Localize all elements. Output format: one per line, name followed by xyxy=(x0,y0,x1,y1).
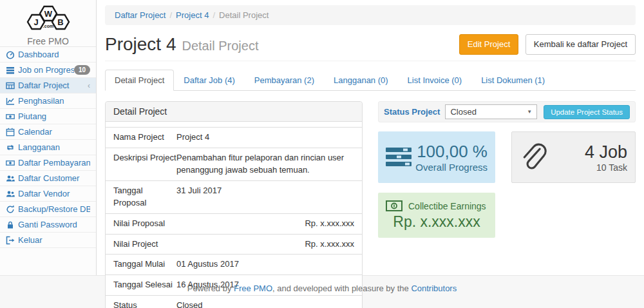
sidebar-item-daftar-pembayaran[interactable]: Daftar Pembayaran xyxy=(0,155,96,171)
sidebar-item-piutang[interactable]: Piutang xyxy=(0,109,96,124)
sidebar-item-label: Keluar xyxy=(18,235,90,245)
tab-bar: Detail Project Daftar Job (4) Pembayaran… xyxy=(105,70,636,91)
sidebar-item-backup-restore-db[interactable]: Backup/Restore DB xyxy=(0,202,96,217)
progress-value: 100,00 % xyxy=(413,142,488,162)
detail-project-panel: Detail Project Nama Project Project 4 De… xyxy=(105,101,363,308)
money-icon xyxy=(6,112,15,121)
sidebar: W J B .com Free PMO Dashboard xyxy=(0,0,97,275)
tab-pembayaran[interactable]: Pembayaran (2) xyxy=(245,70,324,91)
page-title: Project 4 xyxy=(105,34,176,55)
svg-text:J: J xyxy=(33,17,38,27)
app-window: W J B .com Free PMO Dashboard xyxy=(0,0,644,275)
tab-langganan[interactable]: Langganan (0) xyxy=(324,70,398,91)
footer-text: , and developed with pleasure by the xyxy=(272,284,411,293)
svg-text:.com: .com xyxy=(43,24,53,28)
sidebar-item-label: Ganti Password xyxy=(18,220,90,229)
dashboard-icon xyxy=(6,50,15,59)
detail-row-tanggal-mulai: Tanggal Mulai 01 Agustus 2017 xyxy=(106,254,362,274)
back-to-project-list-button[interactable]: Kembali ke daftar Project xyxy=(526,34,636,55)
tasks-icon xyxy=(6,66,15,75)
earnings-value: Rp. x.xxx.xxx xyxy=(386,213,488,231)
sidebar-item-penghasilan[interactable]: Penghasilan xyxy=(0,93,96,109)
status-select-value: Closed xyxy=(450,107,476,117)
sidebar-item-label: Daftar Vendor xyxy=(18,189,90,198)
edit-project-button[interactable]: Edit Project xyxy=(459,34,518,55)
calendar-icon xyxy=(6,128,15,137)
sidebar-item-label: Daftar Customer xyxy=(18,173,90,183)
sidebar-item-label: Calendar xyxy=(18,127,90,137)
tasks-icon xyxy=(386,148,413,167)
status-select[interactable]: Closed ▼ xyxy=(445,104,537,119)
breadcrumb: Daftar Project/Project 4/Detail Project xyxy=(105,5,636,25)
detail-row-deskripsi: Deskripsi Project Penambahan fitur pelap… xyxy=(106,148,362,180)
breadcrumb-current: Detail Project xyxy=(219,10,269,20)
sidebar-item-label: Job on Progress xyxy=(18,65,74,75)
jobs-value: 4 Job xyxy=(547,142,627,162)
retweet-icon xyxy=(6,143,15,152)
status-project-bar: Status Project Closed ▼ Update Project S… xyxy=(378,101,636,122)
sidebar-item-label: Backup/Restore DB xyxy=(18,204,90,214)
progress-caption: Overall Progress xyxy=(413,162,488,173)
detail-row-status: Status Closed xyxy=(106,295,362,308)
line-chart-icon xyxy=(6,97,15,106)
sidebar-item-label: Daftar Project xyxy=(18,81,88,90)
table-icon xyxy=(6,81,15,90)
detail-row-tanggal-proposal: Tanggal Proposal 31 Juli 2017 xyxy=(106,180,362,213)
money-icon xyxy=(386,200,402,211)
overall-progress-card: 100,00 % Overall Progress xyxy=(378,131,495,183)
panel-title: Detail Project xyxy=(106,102,362,122)
refresh-icon xyxy=(6,205,15,214)
sidebar-item-langganan[interactable]: Langganan xyxy=(0,140,96,155)
tab-detail-project[interactable]: Detail Project xyxy=(105,70,174,91)
free-pmo-link[interactable]: Free PMO xyxy=(234,284,272,293)
tab-list-dokumen[interactable]: List Dokumen (1) xyxy=(471,70,554,91)
sidebar-item-dashboard[interactable]: Dashboard xyxy=(0,47,96,63)
detail-row-nama-project: Nama Project Project 4 xyxy=(106,127,362,148)
status-project-label: Status Project xyxy=(384,107,440,117)
sidebar-item-daftar-vendor[interactable]: Daftar Vendor xyxy=(0,186,96,202)
sidebar-item-calendar[interactable]: Calendar xyxy=(0,124,96,140)
job-count-badge: 10 xyxy=(74,65,90,75)
lock-icon xyxy=(6,220,15,229)
sidebar-item-daftar-customer[interactable]: Daftar Customer xyxy=(0,171,96,186)
sidebar-item-job-on-progress[interactable]: Job on Progress 10 xyxy=(0,63,96,78)
svg-text:B: B xyxy=(57,17,63,27)
collectible-earnings-card: Collectibe Earnings Rp. x.xxx.xxx xyxy=(378,193,495,238)
sidebar-item-label: Daftar Pembayaran xyxy=(18,158,90,168)
sidebar-item-keluar[interactable]: Keluar xyxy=(0,233,96,248)
jwb-logo-icon: W J B .com xyxy=(19,3,78,33)
users-icon xyxy=(6,189,15,198)
breadcrumb-daftar-project[interactable]: Daftar Project xyxy=(115,10,166,20)
tab-list-invoice[interactable]: List Invoice (0) xyxy=(398,70,472,91)
footer-text: Powered by xyxy=(187,284,234,293)
breadcrumb-project-4[interactable]: Project 4 xyxy=(176,10,209,20)
chevron-left-icon: ‹ xyxy=(88,81,90,90)
sidebar-item-label: Piutang xyxy=(18,111,90,121)
users-icon xyxy=(6,174,15,183)
paperclip-icon xyxy=(520,142,547,172)
sidebar-item-ganti-password[interactable]: Ganti Password xyxy=(0,217,96,233)
update-project-status-button[interactable]: Update Project Status xyxy=(544,105,630,119)
money-icon xyxy=(6,159,15,168)
jobs-card: 4 Job 10 Task xyxy=(511,131,636,183)
breadcrumb-separator: / xyxy=(213,10,215,20)
jobs-caption: 10 Task xyxy=(547,162,627,173)
sidebar-item-daftar-project[interactable]: Daftar Project ‹ xyxy=(0,78,96,93)
summary-column: Status Project Closed ▼ Update Project S… xyxy=(378,101,636,308)
tab-daftar-job[interactable]: Daftar Job (4) xyxy=(174,70,244,91)
breadcrumb-separator: / xyxy=(169,10,172,20)
brand-logo[interactable]: W J B .com Free PMO xyxy=(0,0,96,46)
earnings-label: Collectibe Earnings xyxy=(408,201,486,211)
sidebar-item-label: Penghasilan xyxy=(18,96,90,106)
chevron-down-icon: ▼ xyxy=(527,109,532,115)
page-subtitle: Detail Project xyxy=(182,39,259,53)
sidebar-item-label: Dashboard xyxy=(18,50,90,59)
header-actions: Edit Project Kembali ke daftar Project xyxy=(459,34,636,55)
sign-out-icon xyxy=(6,236,15,245)
page-header: Project 4 Detail Project Edit Project Ke… xyxy=(105,34,636,61)
sidebar-item-label: Langganan xyxy=(18,142,90,152)
svg-text:W: W xyxy=(44,9,52,19)
sidebar-nav: Dashboard Job on Progress 10 Daftar Proj… xyxy=(0,46,96,248)
contributors-link[interactable]: Contributors xyxy=(411,284,457,293)
brand-name: Free PMO xyxy=(0,36,96,46)
